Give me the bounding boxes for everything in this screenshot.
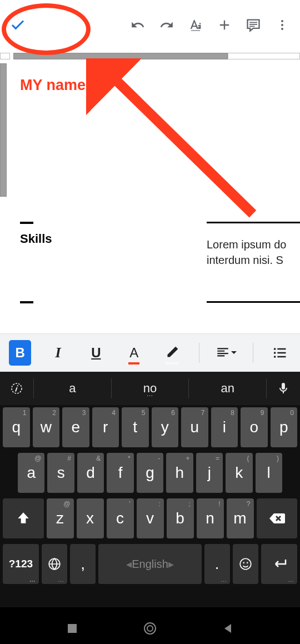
underline-button[interactable]: U	[85, 340, 107, 366]
dropdown-caret-icon	[231, 350, 237, 356]
symbols-key[interactable]: ?123	[3, 544, 39, 584]
insert-button[interactable]	[211, 12, 238, 38]
key-n[interactable]: n!	[197, 498, 224, 538]
key-p[interactable]: p0	[271, 407, 298, 447]
key-q[interactable]: q1	[3, 407, 30, 447]
text-format-icon	[188, 17, 203, 33]
key-s[interactable]: s#	[47, 453, 74, 493]
key-l[interactable]: l)	[256, 453, 282, 493]
svg-point-11	[247, 562, 248, 564]
document-heading[interactable]: MY name is	[20, 77, 290, 94]
key-i[interactable]: i8	[211, 407, 238, 447]
key-m[interactable]: m?	[227, 498, 254, 538]
square-icon	[67, 623, 78, 634]
body-text-line1[interactable]: Lorem ipsum do	[207, 237, 290, 252]
comment-button[interactable]	[240, 12, 267, 38]
soft-keyboard: a no an q1w2e3r4t5y6u7i8o9p0 a@s#d&f*g-h…	[0, 372, 300, 607]
document-page[interactable]: MY name is Skills Lorem ipsum do interdu…	[10, 63, 300, 333]
suggestion-1[interactable]: a	[34, 381, 111, 396]
enter-key[interactable]	[261, 544, 297, 584]
redo-button[interactable]	[153, 12, 180, 38]
suggestion-3[interactable]: an	[189, 381, 266, 396]
comment-icon	[246, 17, 261, 33]
key-z[interactable]: z@	[47, 498, 74, 538]
more-button[interactable]	[269, 12, 296, 38]
align-button[interactable]	[215, 340, 237, 366]
key-c[interactable]: c'	[107, 498, 134, 538]
key-o[interactable]: o9	[241, 407, 268, 447]
key-g[interactable]: g-	[137, 453, 163, 493]
section-divider-right-2	[207, 301, 300, 303]
svg-rect-12	[68, 624, 77, 633]
section-divider-left	[20, 222, 33, 224]
svg-point-10	[243, 562, 244, 564]
text-format-button[interactable]	[182, 12, 209, 38]
space-label: English	[132, 558, 168, 571]
key-e[interactable]: e3	[62, 407, 89, 447]
format-divider-2	[253, 343, 253, 363]
key-w[interactable]: w2	[33, 407, 60, 447]
globe-icon	[47, 557, 62, 571]
shift-key[interactable]	[3, 498, 44, 538]
emoji-icon	[238, 557, 253, 571]
backspace-icon	[268, 512, 285, 525]
comma-key[interactable]: ,	[70, 544, 96, 584]
key-u[interactable]: u7	[181, 407, 208, 447]
section-divider-left-2	[20, 301, 33, 303]
key-x[interactable]: x	[77, 498, 104, 538]
voice-input-button[interactable]	[267, 382, 300, 395]
undo-button[interactable]	[124, 12, 151, 38]
key-j[interactable]: j=	[196, 453, 223, 493]
plus-icon	[217, 17, 232, 33]
svg-point-14	[147, 626, 153, 631]
horizontal-ruler[interactable]	[0, 50, 300, 63]
emoji-key[interactable]	[233, 544, 258, 584]
backspace-key[interactable]	[257, 498, 298, 538]
key-r[interactable]: r4	[92, 407, 119, 447]
key-t[interactable]: t5	[122, 407, 149, 447]
clipboard-icon	[10, 382, 23, 395]
body-text-line2[interactable]: interdum nisi. S	[207, 252, 290, 268]
key-y[interactable]: y6	[152, 407, 179, 447]
recent-apps-button[interactable]	[60, 616, 84, 641]
italic-button[interactable]: I	[47, 340, 69, 366]
vertical-ruler[interactable]	[0, 63, 10, 333]
key-b[interactable]: b;	[167, 498, 194, 538]
back-button[interactable]	[216, 616, 240, 641]
highlight-icon	[164, 346, 179, 360]
key-h[interactable]: h+	[166, 453, 193, 493]
text-color-button[interactable]: A	[123, 340, 145, 366]
bold-button[interactable]: B	[9, 340, 31, 366]
system-nav-bar	[0, 607, 300, 644]
suggestion-bar: a no an	[0, 372, 300, 405]
suggestion-2[interactable]: no	[112, 381, 189, 396]
svg-point-13	[144, 623, 156, 634]
svg-point-9	[240, 558, 251, 570]
document-canvas[interactable]: MY name is Skills Lorem ipsum do interdu…	[0, 63, 300, 333]
key-f[interactable]: f*	[107, 453, 133, 493]
bullet-list-icon	[272, 345, 288, 361]
key-k[interactable]: k(	[226, 453, 252, 493]
clipboard-button[interactable]	[0, 382, 33, 395]
space-key[interactable]: ◂English▸	[98, 544, 201, 584]
key-row-4: ?123 , ◂English▸ .	[1, 544, 299, 584]
key-a[interactable]: a@	[18, 453, 44, 493]
confirm-button[interactable]	[4, 12, 31, 38]
skills-heading[interactable]: Skills	[20, 232, 190, 246]
key-row-3: z@xc'v:b;n!m?	[1, 498, 299, 538]
check-icon	[9, 17, 26, 33]
align-left-icon	[216, 346, 230, 360]
home-button[interactable]	[138, 616, 162, 641]
undo-icon	[131, 18, 145, 32]
section-divider-right	[207, 222, 300, 223]
period-key[interactable]: .	[204, 544, 230, 584]
key-row-1: q1w2e3r4t5y6u7i8o9p0	[1, 407, 299, 447]
svg-point-6	[274, 356, 276, 358]
list-button[interactable]	[269, 340, 291, 366]
key-v[interactable]: v:	[137, 498, 164, 538]
text-cursor	[103, 78, 104, 94]
highlight-button[interactable]	[161, 340, 183, 366]
format-toolbar: B I U A	[0, 333, 300, 372]
key-d[interactable]: d&	[77, 453, 104, 493]
language-key[interactable]	[42, 544, 67, 584]
